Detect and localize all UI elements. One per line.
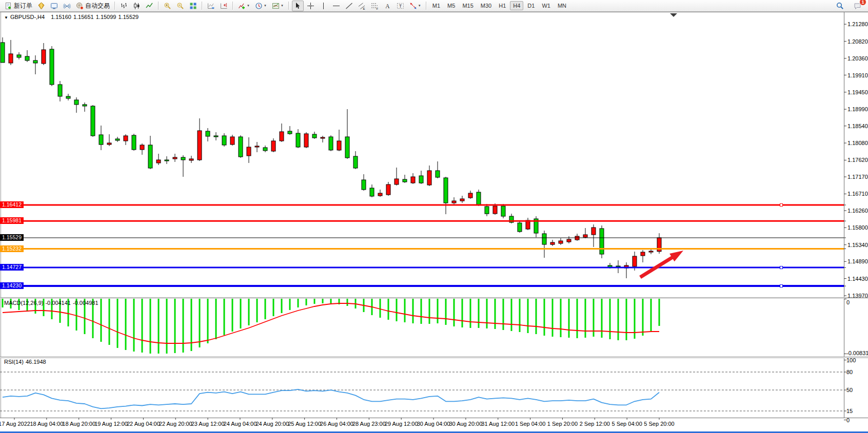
rsi-line bbox=[3, 389, 659, 408]
mt4-window: 新订单自动交易▼▼▼EFAT▼M1M5M15M30H1H4D1W1MN1 ▼GB… bbox=[0, 0, 868, 433]
profiles-icon bbox=[50, 2, 58, 10]
search-icon bbox=[836, 2, 844, 10]
auto-scroll-button[interactable] bbox=[205, 1, 217, 11]
fibonacci-button[interactable]: F bbox=[369, 1, 381, 11]
new-order-icon bbox=[5, 2, 12, 10]
cursor-icon bbox=[294, 2, 302, 10]
chart-bars-button[interactable] bbox=[118, 1, 130, 11]
chart-candlesticks-icon bbox=[133, 2, 141, 10]
zoom-in-button[interactable] bbox=[162, 1, 173, 11]
new-order-label: 新订单 bbox=[14, 2, 32, 10]
market-signal-button[interactable] bbox=[61, 1, 73, 11]
periods-icon bbox=[255, 2, 263, 10]
candlestick-series bbox=[1, 37, 661, 278]
chart-line-icon bbox=[146, 2, 153, 10]
chevron-down-icon: ▼ bbox=[418, 4, 421, 7]
toolbar-separator bbox=[288, 2, 289, 10]
equidistant-channel-button[interactable]: E bbox=[356, 1, 368, 11]
chart-bars-icon bbox=[120, 2, 128, 10]
equidistant-channel-icon: E bbox=[358, 2, 366, 10]
timeframe-h1-button[interactable]: H1 bbox=[496, 1, 509, 10]
new-order-button[interactable]: 新订单 bbox=[3, 1, 34, 11]
zoom-out-button[interactable] bbox=[174, 1, 186, 11]
timeframe-mn-button[interactable]: MN bbox=[555, 1, 569, 10]
cursor-button[interactable] bbox=[292, 1, 304, 11]
templates-icon bbox=[272, 2, 280, 10]
toolbar-separator bbox=[158, 2, 159, 10]
tile-windows-button[interactable] bbox=[187, 1, 199, 11]
chevron-down-icon: ▼ bbox=[281, 4, 284, 7]
indicators-button[interactable]: ▼ bbox=[236, 1, 252, 11]
vertical-line-icon bbox=[320, 2, 327, 10]
gold-seal-icon bbox=[37, 2, 45, 10]
horizontal-line-button[interactable] bbox=[330, 1, 342, 11]
line-handle bbox=[780, 285, 783, 287]
chevron-down-icon: ▼ bbox=[247, 4, 250, 7]
svg-text:T: T bbox=[399, 4, 402, 9]
auto-trading-button[interactable]: 自动交易 bbox=[74, 1, 112, 11]
line-handle bbox=[780, 266, 783, 269]
periods-button[interactable]: ▼ bbox=[253, 1, 269, 11]
profiles-button[interactable] bbox=[48, 1, 60, 11]
toolbar: 新订单自动交易▼▼▼EFAT▼M1M5M15M30H1H4D1W1MN1 bbox=[0, 0, 868, 12]
auto-trading-label: 自动交易 bbox=[85, 2, 110, 10]
auto-scroll-icon bbox=[207, 2, 215, 10]
toolbar-separator bbox=[232, 2, 233, 10]
chevron-down-icon: ▼ bbox=[264, 4, 267, 7]
timeframe-m1-button[interactable]: M1 bbox=[429, 1, 443, 10]
timeframe-d1-button[interactable]: D1 bbox=[524, 1, 538, 10]
auto-trading-icon bbox=[76, 2, 84, 10]
chart-shift-icon bbox=[220, 2, 228, 10]
zoom-out-icon bbox=[176, 2, 184, 10]
gold-seal-button[interactable] bbox=[35, 1, 47, 11]
chart-candlesticks-button[interactable] bbox=[131, 1, 143, 11]
line-handle bbox=[7, 285, 9, 287]
svg-text:F: F bbox=[376, 7, 378, 10]
svg-text:A: A bbox=[385, 3, 390, 9]
toolbar-separator bbox=[114, 2, 115, 10]
crosshair-button[interactable] bbox=[305, 1, 317, 11]
text-label-icon: T bbox=[397, 2, 404, 10]
fibonacci-icon: F bbox=[371, 2, 379, 10]
indicators-icon bbox=[238, 2, 246, 10]
market-signal-icon bbox=[63, 2, 71, 10]
notification-badge: 1 bbox=[859, 0, 866, 6]
arrows-button[interactable]: ▼ bbox=[407, 1, 423, 11]
timeframe-w1-button[interactable]: W1 bbox=[539, 1, 554, 10]
timeframe-h4-button[interactable]: H4 bbox=[510, 1, 523, 10]
timeframe-m30-button[interactable]: M30 bbox=[478, 1, 495, 10]
zoom-in-icon bbox=[164, 2, 171, 10]
chart-line-button[interactable] bbox=[144, 1, 155, 11]
horizontal-line-icon bbox=[332, 2, 340, 10]
svg-text:E: E bbox=[363, 7, 365, 10]
crosshair-icon bbox=[307, 2, 314, 10]
toolbar-separator bbox=[426, 2, 427, 10]
macd-histogram bbox=[3, 299, 659, 354]
chart-canvas[interactable] bbox=[0, 0, 868, 433]
line-handle bbox=[7, 266, 9, 269]
toolbar-separator bbox=[202, 2, 203, 10]
arrows-icon bbox=[409, 2, 417, 10]
vertical-line-button[interactable] bbox=[318, 1, 329, 11]
line-handle bbox=[780, 204, 783, 207]
chart-shift-button[interactable] bbox=[218, 1, 230, 11]
text-label-button[interactable]: T bbox=[394, 1, 406, 11]
tile-windows-icon bbox=[189, 2, 197, 10]
search-button[interactable] bbox=[834, 1, 846, 11]
toolbar-right-group: 1 bbox=[834, 1, 864, 11]
templates-button[interactable]: ▼ bbox=[270, 1, 286, 11]
trendline-button[interactable] bbox=[343, 1, 355, 11]
notifications-button[interactable]: 1 bbox=[852, 1, 863, 11]
trendline-icon bbox=[345, 2, 353, 10]
chart-shift-marker-icon bbox=[670, 13, 677, 17]
line-handle bbox=[7, 204, 9, 207]
timeframe-m15-button[interactable]: M15 bbox=[459, 1, 476, 10]
text-icon: A bbox=[384, 2, 391, 10]
text-button[interactable]: A bbox=[382, 1, 393, 11]
timeframe-m5-button[interactable]: M5 bbox=[444, 1, 458, 10]
